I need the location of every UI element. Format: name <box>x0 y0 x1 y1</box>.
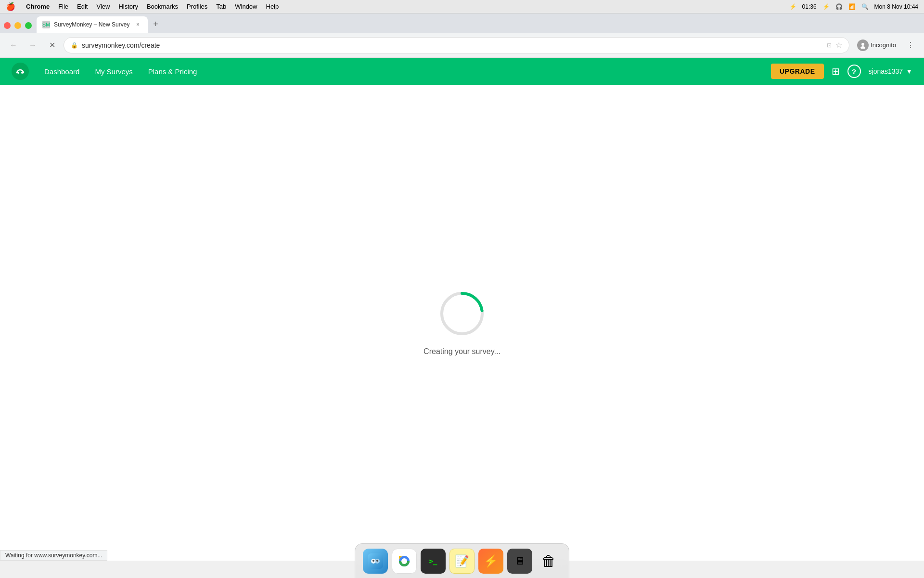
datetime: Mon 8 Nov 10:44 <box>874 3 918 10</box>
lock-icon: 🔒 <box>71 42 78 49</box>
avatar <box>857 39 869 51</box>
extensions-button[interactable]: ⋮ <box>903 38 918 53</box>
apple-menu[interactable]: 🍎 <box>6 2 15 11</box>
help-icon[interactable]: ? <box>847 65 861 78</box>
cast-icon: ⊡ <box>827 42 832 49</box>
svg-point-13 <box>401 558 407 564</box>
dock-finder[interactable] <box>363 549 388 574</box>
sm-logo[interactable] <box>12 63 29 80</box>
main-content: Creating your survey... <box>0 85 924 561</box>
dock-app[interactable]: 🖥 <box>507 549 532 574</box>
menu-window[interactable]: Window <box>235 3 257 10</box>
profile-name: Incognito <box>871 41 896 49</box>
menubar-right: ⚡ 01:36 ⚡ 🎧 📶 🔍 Mon 8 Nov 10:44 <box>789 3 918 10</box>
battery-lightning: ⚡ <box>789 3 796 10</box>
svg-point-1 <box>860 46 865 49</box>
app-name[interactable]: Chrome <box>26 3 50 10</box>
username: sjonas1337 <box>869 67 903 75</box>
tab-favicon: SM <box>42 21 50 28</box>
nav-plans-pricing[interactable]: Plans & Pricing <box>148 67 197 76</box>
menu-profiles[interactable]: Profiles <box>187 3 207 10</box>
tab-close-button[interactable]: × <box>133 20 142 29</box>
menu-help[interactable]: Help <box>266 3 279 10</box>
status-text: Waiting for www.surveymonkey.com... <box>5 552 102 559</box>
bolt-icon: ⚡ <box>822 3 830 10</box>
loading-text: Creating your survey... <box>424 347 500 356</box>
sm-nav: Dashboard My Surveys Plans & Pricing UPG… <box>0 58 924 85</box>
nav-my-surveys[interactable]: My Surveys <box>95 67 132 76</box>
menubar: 🍎 Chrome File Edit View History Bookmark… <box>0 0 924 13</box>
dock-trash[interactable]: 🗑 <box>536 549 561 574</box>
svg-point-0 <box>861 43 864 46</box>
active-tab[interactable]: SM SurveyMonkey – New Survey × <box>37 16 148 33</box>
menu-view[interactable]: View <box>96 3 110 10</box>
menu-file[interactable]: File <box>58 3 68 10</box>
sm-nav-right: UPGRADE ⊞ ? sjonas1337 ▼ <box>771 64 912 79</box>
upgrade-button[interactable]: UPGRADE <box>771 64 824 79</box>
dock-terminal[interactable]: >_ <box>421 549 446 574</box>
dock: >_ 📝 ⚡ 🖥 🗑 <box>355 543 569 578</box>
loading-spinner <box>438 289 486 338</box>
loading-container: Creating your survey... <box>424 289 500 356</box>
bookmark-icon[interactable]: ☆ <box>835 40 842 50</box>
forward-button[interactable]: → <box>25 38 40 53</box>
profile-button[interactable]: Incognito <box>853 38 900 53</box>
user-menu[interactable]: sjonas1337 ▼ <box>869 67 912 75</box>
headphones-icon: 🎧 <box>835 3 843 10</box>
tab-bar: SM SurveyMonkey – New Survey × + <box>0 13 924 33</box>
address-bar: ← → ✕ 🔒 surveymonkey.com/create ⊡ ☆ Inco… <box>0 33 924 58</box>
svg-point-3 <box>21 72 23 74</box>
search-icon[interactable]: 🔍 <box>861 3 869 10</box>
battery-time: 01:36 <box>802 3 817 10</box>
window-controls <box>4 22 32 29</box>
address-bar-right: Incognito ⋮ <box>853 38 918 53</box>
url-text: surveymonkey.com/create <box>82 41 823 49</box>
dock-reeder[interactable]: ⚡ <box>478 549 503 574</box>
wifi-icon: 📶 <box>848 3 856 10</box>
minimize-button[interactable] <box>14 22 21 29</box>
dock-chrome[interactable] <box>392 549 417 574</box>
reload-button[interactable]: ✕ <box>44 38 60 53</box>
svg-point-2 <box>17 72 19 74</box>
user-chevron: ▼ <box>906 67 912 75</box>
status-bar: Waiting for www.surveymonkey.com... <box>0 550 107 561</box>
svg-point-10 <box>376 560 378 562</box>
svg-point-9 <box>372 560 374 562</box>
url-bar[interactable]: 🔒 surveymonkey.com/create ⊡ ☆ <box>64 37 849 53</box>
tab-title: SurveyMonkey – New Survey <box>54 21 129 28</box>
maximize-button[interactable] <box>25 22 32 29</box>
new-tab-button[interactable]: + <box>149 17 162 31</box>
nav-dashboard[interactable]: Dashboard <box>44 67 79 76</box>
menu-bookmarks[interactable]: Bookmarks <box>147 3 178 10</box>
grid-icon[interactable]: ⊞ <box>832 66 840 77</box>
menu-history[interactable]: History <box>118 3 138 10</box>
back-button[interactable]: ← <box>6 38 21 53</box>
menu-edit[interactable]: Edit <box>77 3 88 10</box>
menu-tab[interactable]: Tab <box>216 3 226 10</box>
dock-notes[interactable]: 📝 <box>449 549 475 574</box>
close-button[interactable] <box>4 22 11 29</box>
